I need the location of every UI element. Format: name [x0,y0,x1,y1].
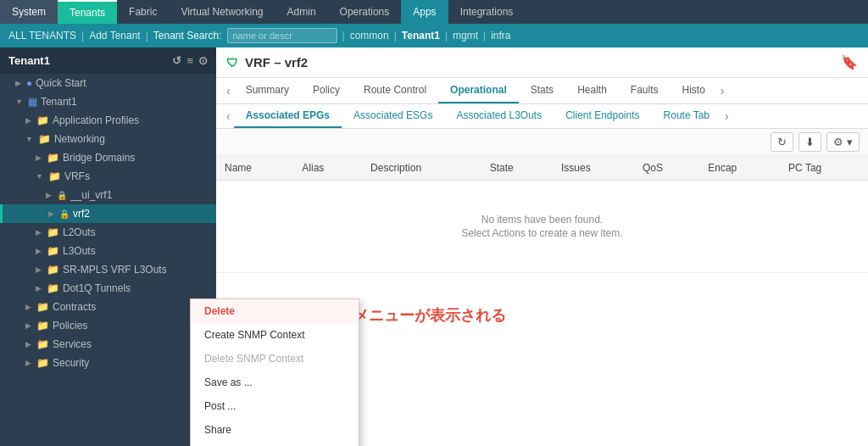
folder-icon: 📁 [36,320,49,332]
nav-item-system[interactable]: System [0,0,58,24]
quick-start-icon: ● [26,77,32,89]
chevron-right-icon: ▶ [36,247,42,255]
sidebar-header: Tenant1 ↺ ≡ ⊙ [0,47,216,74]
refresh-button[interactable]: ↻ [771,132,793,152]
tenant-mgmt[interactable]: mgmt [453,30,478,42]
sidebar-item-label: Quick Start [36,77,86,89]
col-pctag: PC Tag [780,156,868,181]
sidebar-item-app-profiles[interactable]: ▶ 📁 Application Profiles [0,111,216,130]
subtab-route-table[interactable]: Route Tab [652,104,722,128]
tab-scroll-left[interactable]: ‹ [223,84,234,98]
subtab-associated-esgs[interactable]: Associated ESGs [342,104,444,128]
nav-item-tenants[interactable]: Tenants [58,0,117,24]
nav-item-integrations[interactable]: Integrations [448,0,526,24]
sub-tabs: ‹ Associated EPGs Associated ESGs Associ… [216,104,868,129]
tab-route-control[interactable]: Route Control [352,78,438,103]
chevron-down-icon: ▼ [15,98,23,106]
tab-health[interactable]: Health [565,78,619,103]
chevron-right-icon: ▶ [48,209,54,218]
sidebar-item-contracts[interactable]: ▶ 📁 Contracts [0,298,216,316]
sidebar-item-policies[interactable]: ▶ 📁 Policies [0,316,216,335]
sidebar-item-label: Policies [53,320,87,332]
refresh-icon[interactable]: ↺ [172,54,181,67]
tab-operational[interactable]: Operational [438,78,519,103]
context-menu-item-share[interactable]: Share [191,418,359,442]
nav-item-admin[interactable]: Admin [275,0,328,24]
toolbar: ↻ ⬇ ⚙ ▾ [216,129,868,156]
sidebar-item-l3outs[interactable]: ▶ 📁 L3Outs [0,242,216,260]
folder-icon: 📁 [36,338,49,350]
chevron-right-icon: ▶ [25,340,31,348]
tenant-tenant1[interactable]: Tenant1 [402,30,440,42]
tenant-search-input[interactable] [227,28,337,43]
tab-scroll-right[interactable]: › [717,84,728,98]
tab-stats[interactable]: Stats [519,78,565,103]
sidebar-item-networking[interactable]: ▼ 📁 Networking [0,130,216,148]
context-menu-item-post[interactable]: Post ... [191,394,359,418]
lock-icon: 🔒 [59,209,70,219]
subtab-scroll-left[interactable]: ‹ [223,109,234,123]
subtab-associated-l3outs[interactable]: Associated L3Outs [444,104,554,128]
sidebar-item-label: Services [53,338,92,350]
tenant-infra[interactable]: infra [491,30,510,42]
sidebar-item-l2outs[interactable]: ▶ 📁 L2Outs [0,223,216,242]
sidebar-item-security[interactable]: ▶ 📁 Security [0,354,216,372]
col-alias: Alias [293,156,362,181]
tab-faults[interactable]: Faults [619,78,670,103]
sidebar-item-vrfs[interactable]: ▼ 📁 VRFs [0,167,216,186]
sidebar-item-services[interactable]: ▶ 📁 Services [0,335,216,354]
folder-icon: 📁 [38,133,51,145]
tab-policy[interactable]: Policy [301,78,352,103]
folder-icon: 📁 [47,282,59,294]
nav-item-apps[interactable]: Apps [401,0,448,24]
bookmark-icon[interactable]: 🔖 [841,54,858,70]
nav-item-operations[interactable]: Operations [328,0,402,24]
chevron-down-icon: ▼ [25,135,33,143]
sidebar-item-label: Tenant1 [41,96,77,108]
sidebar-item-label: Contracts [53,301,96,313]
empty-line2: Select Actions to create a new item. [250,227,834,239]
sidebar-item-bridge-domains[interactable]: ▶ 📁 Bridge Domains [0,148,216,167]
sidebar-item-sr-mpls[interactable]: ▶ 📁 SR-MPLS VRF L3Outs [0,260,216,279]
sidebar-item-label: L3Outs [63,245,96,257]
subtab-client-endpoints[interactable]: Client Endpoints [554,104,651,128]
tenant-common[interactable]: common [350,30,389,42]
subtab-associated-epgs[interactable]: Associated EPGs [234,104,342,128]
folder-icon: 📁 [47,264,59,276]
context-menu-item-delete-snmp: Delete SNMP Context [191,347,359,371]
nav-item-virtual-networking[interactable]: Virtual Networking [169,0,275,24]
subtab-scroll-right[interactable]: › [721,109,732,123]
chevron-right-icon: ▶ [25,321,31,330]
tenant-search-label: Tenant Search: [153,30,222,42]
tab-summary[interactable]: Summary [234,78,301,103]
sidebar-item-ui-vrf1[interactable]: ▶ 🔒 __ui_vrf1 [0,186,216,204]
empty-message: No items have been found. Select Actions… [216,181,868,273]
context-menu-item-delete[interactable]: Delete [191,299,359,323]
sidebar-item-dot1q[interactable]: ▶ 📁 Dot1Q Tunnels [0,279,216,298]
list-icon[interactable]: ≡ [186,54,193,67]
chevron-right-icon: ▶ [15,79,21,87]
tenant-bar: ALL TENANTS | Add Tenant | Tenant Search… [0,24,868,47]
all-tenants-link[interactable]: ALL TENANTS [8,30,76,42]
folder-icon: 📁 [47,245,59,257]
sidebar-item-vrf2[interactable]: ▶ 🔒 vrf2 [0,204,216,223]
tab-history[interactable]: Histo [670,78,717,103]
sidebar-item-tenant1[interactable]: ▼ ▦ Tenant1 [0,92,216,111]
context-menu-item-create-snmp[interactable]: Create SNMP Context [191,323,359,347]
sidebar-item-quick-start[interactable]: ▶ ● Quick Start [0,74,216,92]
sidebar-item-label: __ui_vrf1 [70,189,112,201]
download-button[interactable]: ⬇ [798,132,821,152]
context-menu-item-open-browser[interactable]: Open In Object Store Browser [191,442,359,446]
add-tenant-link[interactable]: Add Tenant [89,30,141,42]
actions-button[interactable]: ⚙ ▾ [826,132,860,152]
context-menu-item-save-as[interactable]: Save as ... [191,371,359,394]
sidebar-item-label: Dot1Q Tunnels [63,282,131,294]
chevron-right-icon: ▶ [25,359,31,367]
chevron-right-icon: ▶ [36,153,42,162]
settings-icon[interactable]: ⊙ [198,54,208,67]
nav-item-fabric[interactable]: Fabric [117,0,169,24]
col-qos: QoS [634,156,699,181]
chevron-right-icon: ▶ [25,116,31,125]
folder-icon: 📁 [48,170,61,182]
folder-icon: 📁 [36,301,49,313]
